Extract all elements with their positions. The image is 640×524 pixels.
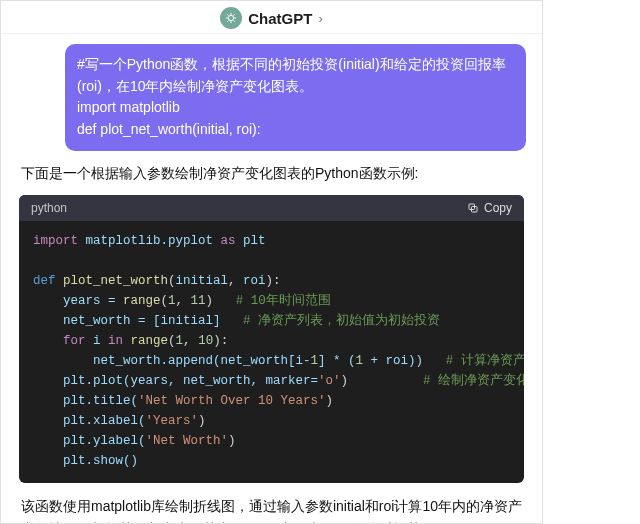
code-block-header: python Copy [19,195,524,221]
chat-content: #写一个Python函数，根据不同的初始投资(initial)和给定的投资回报率… [1,34,542,524]
copy-icon [467,202,479,214]
user-message-line: #写一个Python函数，根据不同的初始投资(initial)和给定的投资回报率… [77,54,514,97]
code-block: python Copy import matplotlib.pyplot as … [19,195,524,483]
assistant-intro-text: 下面是一个根据输入参数绘制净资产变化图表的Python函数示例: [21,165,526,183]
app-header: ChatGPT › [1,1,542,34]
svg-point-0 [229,15,234,20]
copy-button[interactable]: Copy [467,201,512,215]
chevron-right-icon: › [318,11,322,26]
openai-logo [220,7,242,29]
brand-title: ChatGPT [248,10,312,27]
user-message-line: import matplotlib [77,97,514,119]
code-lang-label: python [31,201,67,215]
copy-label: Copy [484,201,512,215]
user-message-line: def plot_net_worth(initial, roi): [77,119,514,141]
user-message-bubble: #写一个Python函数，根据不同的初始投资(initial)和给定的投资回报率… [65,44,526,151]
assistant-explanation: 该函数使用matplotlib库绘制折线图，通过输入参数initial和roi计… [17,495,526,524]
code-body[interactable]: import matplotlib.pyplot as plt def plot… [19,221,524,483]
